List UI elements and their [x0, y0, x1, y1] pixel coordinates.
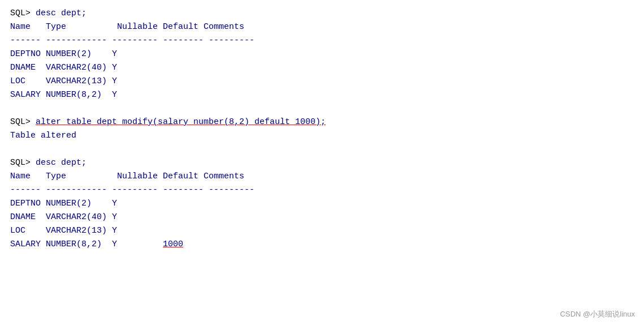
empty-line-2 — [10, 143, 634, 156]
line-sep-1: ------ ------------ --------- -------- -… — [10, 34, 634, 48]
line-deptno-2: DEPTNO NUMBER(2) Y — [10, 197, 634, 211]
line-table-altered: Table altered — [10, 129, 634, 143]
terminal-window: SQL> desc dept; Name Type Nullable Defau… — [0, 0, 644, 325]
line-alter-cmd: SQL> alter table dept modify(salary numb… — [10, 116, 634, 129]
line-loc-2: LOC VARCHAR2(13) Y — [10, 224, 634, 238]
line-salary-1: SALARY NUMBER(8,2) Y — [10, 88, 634, 102]
line-header-1: Name Type Nullable Default Comments — [10, 20, 634, 34]
line-salary-2: SALARY NUMBER(8,2) Y 1000 — [10, 238, 634, 251]
watermark: CSDN @小莫细说linux — [560, 309, 635, 319]
line-header-2: Name Type Nullable Default Comments — [10, 170, 634, 183]
line-dname-1: DNAME VARCHAR2(40) Y — [10, 61, 634, 75]
line-dname-2: DNAME VARCHAR2(40) Y — [10, 211, 634, 224]
empty-line-1 — [10, 102, 634, 116]
line-cmd-2: SQL> desc dept; — [10, 156, 634, 170]
line-cmd-1: SQL> desc dept; — [10, 7, 634, 20]
line-sep-2: ------ ------------ --------- -------- -… — [10, 183, 634, 197]
line-deptno-1: DEPTNO NUMBER(2) Y — [10, 48, 634, 61]
line-loc-1: LOC VARCHAR2(13) Y — [10, 75, 634, 88]
